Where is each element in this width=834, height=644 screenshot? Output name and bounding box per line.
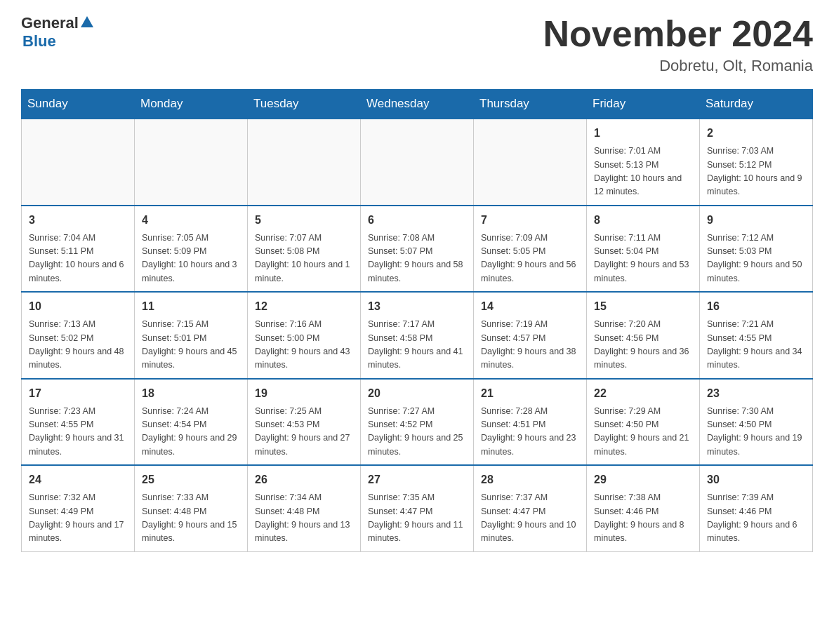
page-header: General Blue November 2024 Dobretu, Olt,… [21, 14, 813, 75]
weekday-header-wednesday: Wednesday [361, 90, 474, 119]
day-info: Sunrise: 7:24 AMSunset: 4:54 PMDaylight:… [142, 405, 240, 459]
day-info: Sunrise: 7:13 AMSunset: 5:02 PMDaylight:… [29, 318, 127, 373]
day-number: 15 [594, 298, 692, 315]
day-number: 11 [142, 298, 240, 315]
day-info: Sunrise: 7:28 AMSunset: 4:51 PMDaylight:… [481, 405, 579, 459]
calendar-day-cell [135, 119, 248, 206]
calendar-day-cell: 19Sunrise: 7:25 AMSunset: 4:53 PMDayligh… [248, 379, 361, 466]
day-info: Sunrise: 7:20 AMSunset: 4:56 PMDaylight:… [594, 318, 692, 373]
day-number: 4 [142, 212, 240, 229]
day-info: Sunrise: 7:29 AMSunset: 4:50 PMDaylight:… [594, 405, 692, 459]
day-info: Sunrise: 7:15 AMSunset: 5:01 PMDaylight:… [142, 318, 240, 373]
day-number: 29 [594, 471, 692, 488]
day-info: Sunrise: 7:17 AMSunset: 4:58 PMDaylight:… [368, 318, 466, 373]
logo-general-text: General [21, 14, 79, 32]
day-number: 19 [255, 385, 353, 402]
svg-marker-0 [81, 16, 93, 27]
weekday-header-friday: Friday [587, 90, 700, 119]
calendar-day-cell: 13Sunrise: 7:17 AMSunset: 4:58 PMDayligh… [361, 292, 474, 379]
calendar-week-row: 1Sunrise: 7:01 AMSunset: 5:13 PMDaylight… [22, 119, 813, 206]
calendar-day-cell: 1Sunrise: 7:01 AMSunset: 5:13 PMDaylight… [587, 119, 700, 206]
calendar-day-cell: 29Sunrise: 7:38 AMSunset: 4:46 PMDayligh… [587, 465, 700, 551]
day-info: Sunrise: 7:38 AMSunset: 4:46 PMDaylight:… [594, 491, 692, 546]
calendar-day-cell [248, 119, 361, 206]
calendar-week-row: 24Sunrise: 7:32 AMSunset: 4:49 PMDayligh… [22, 465, 813, 551]
calendar-week-row: 3Sunrise: 7:04 AMSunset: 5:11 PMDaylight… [22, 206, 813, 293]
day-info: Sunrise: 7:33 AMSunset: 4:48 PMDaylight:… [142, 491, 240, 546]
calendar-day-cell: 17Sunrise: 7:23 AMSunset: 4:55 PMDayligh… [22, 379, 135, 466]
calendar-day-cell: 12Sunrise: 7:16 AMSunset: 5:00 PMDayligh… [248, 292, 361, 379]
calendar-day-cell: 18Sunrise: 7:24 AMSunset: 4:54 PMDayligh… [135, 379, 248, 466]
day-info: Sunrise: 7:11 AMSunset: 5:04 PMDaylight:… [594, 232, 692, 286]
day-info: Sunrise: 7:25 AMSunset: 4:53 PMDaylight:… [255, 405, 353, 459]
day-number: 1 [594, 125, 692, 142]
day-number: 10 [29, 298, 127, 315]
day-number: 5 [255, 212, 353, 229]
calendar-day-cell: 5Sunrise: 7:07 AMSunset: 5:08 PMDaylight… [248, 206, 361, 293]
calendar-day-cell: 9Sunrise: 7:12 AMSunset: 5:03 PMDaylight… [700, 206, 813, 293]
calendar-day-cell: 26Sunrise: 7:34 AMSunset: 4:48 PMDayligh… [248, 465, 361, 551]
day-number: 8 [594, 212, 692, 229]
calendar-week-row: 17Sunrise: 7:23 AMSunset: 4:55 PMDayligh… [22, 379, 813, 466]
day-info: Sunrise: 7:23 AMSunset: 4:55 PMDaylight:… [29, 405, 127, 459]
day-info: Sunrise: 7:19 AMSunset: 4:57 PMDaylight:… [481, 318, 579, 373]
day-number: 26 [255, 471, 353, 488]
calendar-day-cell: 21Sunrise: 7:28 AMSunset: 4:51 PMDayligh… [474, 379, 587, 466]
day-number: 12 [255, 298, 353, 315]
logo-blue-text: Blue [21, 32, 56, 50]
calendar-day-cell: 15Sunrise: 7:20 AMSunset: 4:56 PMDayligh… [587, 292, 700, 379]
calendar-table: SundayMondayTuesdayWednesdayThursdayFrid… [21, 89, 813, 552]
calendar-day-cell: 3Sunrise: 7:04 AMSunset: 5:11 PMDaylight… [22, 206, 135, 293]
weekday-header-monday: Monday [135, 90, 248, 119]
day-info: Sunrise: 7:35 AMSunset: 4:47 PMDaylight:… [368, 491, 466, 546]
calendar-day-cell: 11Sunrise: 7:15 AMSunset: 5:01 PMDayligh… [135, 292, 248, 379]
day-info: Sunrise: 7:09 AMSunset: 5:05 PMDaylight:… [481, 232, 579, 286]
day-info: Sunrise: 7:34 AMSunset: 4:48 PMDaylight:… [255, 491, 353, 546]
day-number: 21 [481, 385, 579, 402]
day-info: Sunrise: 7:32 AMSunset: 4:49 PMDaylight:… [29, 491, 127, 546]
calendar-day-cell: 22Sunrise: 7:29 AMSunset: 4:50 PMDayligh… [587, 379, 700, 466]
day-number: 3 [29, 212, 127, 229]
day-info: Sunrise: 7:01 AMSunset: 5:13 PMDaylight:… [594, 145, 692, 199]
day-number: 25 [142, 471, 240, 488]
day-info: Sunrise: 7:30 AMSunset: 4:50 PMDaylight:… [707, 405, 805, 459]
logo: General Blue [21, 14, 93, 51]
calendar-header-row: SundayMondayTuesdayWednesdayThursdayFrid… [22, 90, 813, 119]
day-info: Sunrise: 7:07 AMSunset: 5:08 PMDaylight:… [255, 232, 353, 286]
calendar-day-cell: 7Sunrise: 7:09 AMSunset: 5:05 PMDaylight… [474, 206, 587, 293]
day-number: 2 [707, 125, 805, 142]
month-title: November 2024 [543, 14, 813, 54]
calendar-day-cell: 24Sunrise: 7:32 AMSunset: 4:49 PMDayligh… [22, 465, 135, 551]
logo-triangle-icon [81, 16, 93, 29]
day-info: Sunrise: 7:08 AMSunset: 5:07 PMDaylight:… [368, 232, 466, 286]
day-number: 22 [594, 385, 692, 402]
calendar-day-cell: 6Sunrise: 7:08 AMSunset: 5:07 PMDaylight… [361, 206, 474, 293]
calendar-day-cell: 10Sunrise: 7:13 AMSunset: 5:02 PMDayligh… [22, 292, 135, 379]
day-number: 13 [368, 298, 466, 315]
calendar-day-cell: 14Sunrise: 7:19 AMSunset: 4:57 PMDayligh… [474, 292, 587, 379]
calendar-day-cell: 8Sunrise: 7:11 AMSunset: 5:04 PMDaylight… [587, 206, 700, 293]
day-number: 27 [368, 471, 466, 488]
calendar-day-cell [22, 119, 135, 206]
calendar-day-cell: 23Sunrise: 7:30 AMSunset: 4:50 PMDayligh… [700, 379, 813, 466]
day-info: Sunrise: 7:12 AMSunset: 5:03 PMDaylight:… [707, 232, 805, 286]
day-info: Sunrise: 7:16 AMSunset: 5:00 PMDaylight:… [255, 318, 353, 373]
day-info: Sunrise: 7:39 AMSunset: 4:46 PMDaylight:… [707, 491, 805, 546]
day-number: 7 [481, 212, 579, 229]
day-number: 9 [707, 212, 805, 229]
day-info: Sunrise: 7:05 AMSunset: 5:09 PMDaylight:… [142, 232, 240, 286]
day-info: Sunrise: 7:21 AMSunset: 4:55 PMDaylight:… [707, 318, 805, 373]
calendar-day-cell: 28Sunrise: 7:37 AMSunset: 4:47 PMDayligh… [474, 465, 587, 551]
location-subtitle: Dobretu, Olt, Romania [543, 57, 813, 75]
day-info: Sunrise: 7:03 AMSunset: 5:12 PMDaylight:… [707, 145, 805, 199]
calendar-day-cell: 25Sunrise: 7:33 AMSunset: 4:48 PMDayligh… [135, 465, 248, 551]
weekday-header-thursday: Thursday [474, 90, 587, 119]
calendar-day-cell: 2Sunrise: 7:03 AMSunset: 5:12 PMDaylight… [700, 119, 813, 206]
day-number: 30 [707, 471, 805, 488]
day-info: Sunrise: 7:37 AMSunset: 4:47 PMDaylight:… [481, 491, 579, 546]
day-number: 20 [368, 385, 466, 402]
day-number: 16 [707, 298, 805, 315]
calendar-day-cell: 20Sunrise: 7:27 AMSunset: 4:52 PMDayligh… [361, 379, 474, 466]
header-right: November 2024 Dobretu, Olt, Romania [543, 14, 813, 75]
calendar-week-row: 10Sunrise: 7:13 AMSunset: 5:02 PMDayligh… [22, 292, 813, 379]
